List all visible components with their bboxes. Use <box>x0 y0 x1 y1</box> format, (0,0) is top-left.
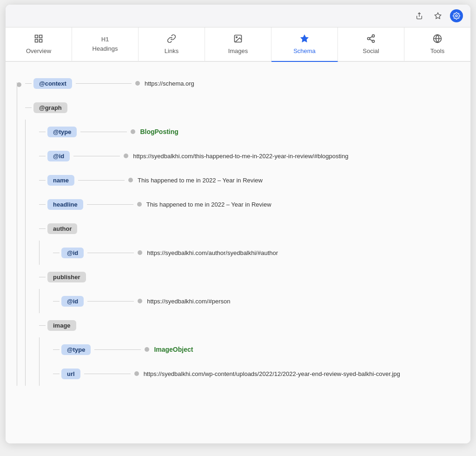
row-type-image: @type ImageObject <box>53 337 459 362</box>
key-graph: @graph <box>33 102 67 113</box>
browser-toolbar <box>6 5 470 27</box>
author-vert-line <box>39 241 40 265</box>
browser-window: Overview H1 Headings Links <box>6 5 470 443</box>
row-publisher: publisher <box>39 265 459 289</box>
connector-line <box>80 132 127 132</box>
row-headline: headline This happened to me in 2022 – Y… <box>39 192 459 216</box>
row-url: url https://syedbalkhi.com/wp-content/up… <box>53 362 459 386</box>
key-id-blog: @id <box>47 151 70 161</box>
connector-line <box>73 156 120 156</box>
svg-line-12 <box>370 39 372 40</box>
value-dot <box>137 202 142 207</box>
horiz-line <box>53 301 60 302</box>
value-id-blog: https://syedbalkhi.com/this-happened-to-… <box>133 153 348 160</box>
key-headline: headline <box>47 199 83 210</box>
value-author-id: https://syedbalkhi.com/author/syedbalkhi… <box>147 249 278 256</box>
row-id-blog: @id https://syedbalkhi.com/this-happened… <box>39 144 459 168</box>
connector-line <box>78 180 125 181</box>
key-image: image <box>47 320 76 331</box>
horiz-line <box>39 277 46 277</box>
svg-rect-4 <box>35 40 38 42</box>
publisher-vert-line <box>39 289 40 313</box>
images-icon <box>233 34 243 45</box>
svg-marker-8 <box>301 35 309 42</box>
tab-overview-label: Overview <box>26 47 51 54</box>
overview-icon <box>34 34 43 45</box>
tab-tools-label: Tools <box>430 47 444 54</box>
schema-icon <box>300 34 309 45</box>
connector-line <box>94 349 141 350</box>
tab-overview[interactable]: Overview <box>6 27 72 61</box>
tab-schema-label: Schema <box>293 47 316 54</box>
svg-point-7 <box>236 37 238 38</box>
horiz-line <box>39 228 46 229</box>
key-url: url <box>61 369 80 379</box>
links-icon <box>167 34 176 45</box>
connector-line <box>76 83 132 84</box>
row-publisher-id: @id https://syedbalkhi.com/#person <box>53 289 459 313</box>
horiz-line <box>39 156 46 156</box>
key-name: name <box>47 175 74 186</box>
horiz-line <box>53 349 60 350</box>
row-name: name This happened to me in 2022 – Year … <box>39 168 459 192</box>
row-graph: @graph <box>25 95 459 120</box>
value-dot <box>124 154 128 158</box>
key-type-image: @type <box>61 344 91 355</box>
tab-bar: Overview H1 Headings Links <box>6 27 470 62</box>
image-children: @type ImageObject url https://syedbalkhi… <box>39 337 459 386</box>
tab-links[interactable]: Links <box>139 27 205 61</box>
value-type-blog: BlogPosting <box>140 128 178 135</box>
svg-rect-5 <box>40 40 42 42</box>
row-context: @context https://schema.org <box>25 71 459 95</box>
graph-vert-line <box>25 120 26 386</box>
key-author-id: @id <box>61 248 84 258</box>
main-vert-line <box>17 82 17 386</box>
tab-schema[interactable]: Schema <box>271 27 338 62</box>
horiz-line <box>39 325 46 326</box>
value-dot <box>134 371 139 376</box>
tab-headings[interactable]: H1 Headings <box>72 27 139 61</box>
row-author: author <box>39 216 459 241</box>
value-dot <box>138 299 142 303</box>
author-children: @id https://syedbalkhi.com/author/syedba… <box>39 241 459 265</box>
horiz-line <box>25 83 32 84</box>
svg-line-13 <box>370 36 372 38</box>
row-type-blog: @type BlogPosting <box>39 120 459 144</box>
connector-line <box>87 301 134 302</box>
horiz-line <box>53 253 60 253</box>
value-headline: This happened to me in 2022 – Year in Re… <box>146 201 271 208</box>
key-context: @context <box>33 78 72 89</box>
value-dot <box>145 347 149 352</box>
share-icon[interactable] <box>413 9 426 22</box>
root-dot <box>17 82 21 87</box>
tab-social[interactable]: Social <box>338 27 404 61</box>
tab-headings-label: Headings <box>93 45 118 52</box>
horiz-line <box>53 374 60 374</box>
svg-point-11 <box>372 40 375 42</box>
tab-tools[interactable]: Tools <box>404 27 470 61</box>
value-dot <box>131 129 135 134</box>
image-vert-line <box>39 337 40 386</box>
publisher-children: @id https://syedbalkhi.com/#person <box>39 289 459 313</box>
horiz-line <box>39 132 46 132</box>
tab-images[interactable]: Images <box>205 27 271 61</box>
value-dot <box>128 178 133 182</box>
tab-images-label: Images <box>228 47 248 54</box>
svg-point-10 <box>368 38 370 40</box>
settings-icon[interactable] <box>450 9 463 22</box>
key-author: author <box>47 223 77 234</box>
schema-tree: @context https://schema.org @graph @type <box>17 71 459 386</box>
headings-icon: H1 <box>101 36 109 42</box>
row-author-id: @id https://syedbalkhi.com/author/syedba… <box>53 241 459 265</box>
svg-marker-0 <box>435 13 441 19</box>
star-icon[interactable] <box>431 9 444 22</box>
connector-line <box>87 253 134 253</box>
value-context: https://schema.org <box>145 80 194 87</box>
tab-social-label: Social <box>363 47 379 54</box>
svg-rect-2 <box>35 35 38 38</box>
key-publisher-id: @id <box>61 296 84 307</box>
connector-line <box>84 374 131 374</box>
value-name: This happened to me in 2022 – Year in Re… <box>138 177 263 184</box>
value-url: https://syedbalkhi.com/wp-content/upload… <box>144 370 400 377</box>
key-type-blog: @type <box>47 127 77 137</box>
